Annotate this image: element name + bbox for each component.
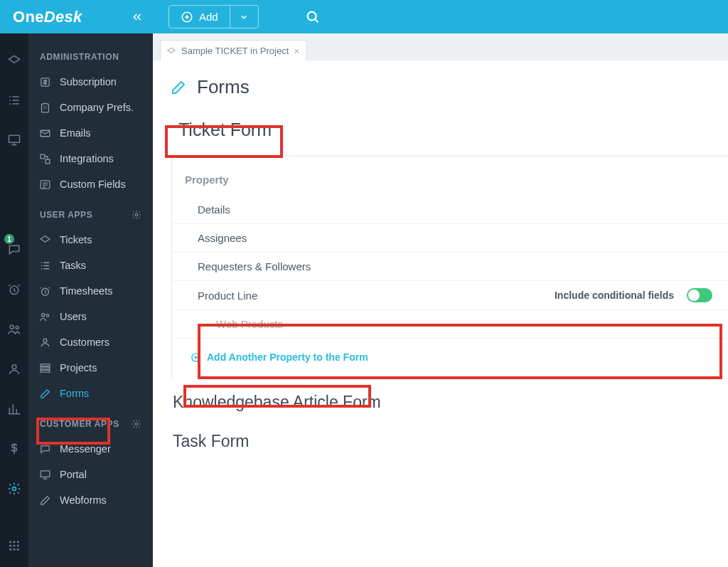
plus-circle-icon	[181, 11, 193, 23]
page-title-text: Forms	[197, 76, 250, 98]
search-icon	[305, 9, 321, 25]
main-area: Sample TICKET in Project × Forms Ticket …	[153, 33, 728, 567]
svg-point-14	[9, 549, 11, 551]
rail-item-customers[interactable]	[0, 359, 28, 379]
rail-item-chat[interactable]: 1	[0, 240, 28, 260]
customers-icon	[39, 337, 51, 349]
chat-badge: 1	[4, 234, 14, 244]
sidebar-item-users[interactable]: Users	[28, 304, 153, 329]
svg-point-30	[135, 423, 138, 425]
rail-item-analytics[interactable]	[0, 399, 28, 419]
sidebar-item-company-prefs[interactable]: Company Prefs.	[28, 95, 153, 120]
add-property-label: Add Another Property to the Form	[207, 351, 368, 363]
sidebar-item-emails[interactable]: Emails	[28, 120, 153, 146]
search-button[interactable]	[300, 4, 326, 30]
row-assignees[interactable]: Assignees	[172, 224, 728, 253]
row-label: Product Line	[198, 290, 257, 302]
monitor-icon	[39, 469, 51, 481]
nav-label: Users	[60, 311, 87, 322]
rail-item-users[interactable]	[0, 319, 28, 339]
nav-label: Webforms	[60, 494, 107, 506]
nav-label: Emails	[60, 127, 91, 139]
nav-label: Tickets	[60, 234, 92, 245]
left-rail: 1	[0, 33, 28, 567]
section-admin-label: ADMINISTRATION	[40, 52, 119, 62]
bar-chart-icon	[7, 402, 21, 416]
nav-label: Messenger	[60, 443, 111, 455]
nav-label: Projects	[60, 362, 97, 373]
svg-point-10	[17, 541, 19, 543]
chevron-down-icon	[239, 12, 249, 22]
nav-label: Integrations	[60, 153, 114, 164]
sidebar-item-subscription[interactable]: Subscription	[28, 69, 153, 95]
add-button[interactable]: Add	[169, 6, 230, 28]
sidebar-item-projects[interactable]: Projects	[28, 355, 153, 381]
rail-item-settings[interactable]	[0, 479, 28, 499]
rail-item-billing[interactable]	[0, 439, 28, 459]
svg-point-8	[9, 541, 11, 543]
row-web-products[interactable]: Web Products	[172, 310, 728, 339]
sidebar-item-tasks[interactable]: Tasks	[28, 253, 153, 278]
page-title: Forms	[153, 76, 728, 115]
rail-item-tasks[interactable]	[0, 90, 28, 110]
sidebar-item-portal[interactable]: Portal	[28, 462, 153, 487]
gear-icon[interactable]	[132, 210, 141, 220]
add-dropdown-button[interactable]	[230, 6, 258, 28]
sidebar-item-timesheets[interactable]: Timesheets	[28, 278, 153, 304]
svg-point-4	[10, 325, 14, 329]
nav-label: Portal	[60, 469, 87, 480]
sidebar-item-forms[interactable]: Forms	[28, 381, 153, 406]
projects-icon	[39, 362, 51, 374]
row-requesters-followers[interactable]: Requesters & Followers	[172, 253, 728, 281]
svg-point-5	[16, 326, 18, 329]
add-another-property-button[interactable]: Add Another Property to the Form	[185, 349, 374, 366]
logo: OneDesk	[0, 0, 153, 33]
ticket-icon	[39, 234, 51, 246]
sidebar-item-webforms[interactable]: Webforms	[28, 487, 153, 513]
page-body: Forms Ticket Form Property Details Assig…	[153, 60, 728, 457]
rail-item-more[interactable]	[0, 536, 28, 556]
edit-icon	[170, 79, 187, 96]
collapse-sidebar-button[interactable]	[127, 0, 147, 33]
sidebar-item-customers[interactable]: Customers	[28, 329, 153, 355]
svg-point-9	[14, 541, 16, 543]
svg-rect-31	[41, 470, 50, 477]
rail-item-clock[interactable]	[0, 280, 28, 300]
sidebar-item-custom-fields[interactable]: Custom Fields	[28, 171, 153, 197]
close-tab-button[interactable]: ×	[294, 46, 299, 57]
integrations-icon	[39, 153, 51, 165]
sidebar-item-integrations[interactable]: Integrations	[28, 146, 153, 171]
sidebar-item-tickets[interactable]: Tickets	[28, 227, 153, 253]
nav-label: Custom Fields	[60, 179, 126, 190]
rail-item-pin[interactable]	[0, 51, 28, 70]
nav-label: Company Prefs.	[60, 102, 134, 113]
section-customer-apps-label: CUSTOMER APPS	[40, 419, 119, 429]
svg-rect-28	[41, 367, 50, 369]
users-icon	[39, 311, 51, 323]
svg-rect-20	[46, 159, 50, 164]
row-label: Details	[198, 203, 230, 216]
section-customer-apps: CUSTOMER APPS	[28, 406, 153, 436]
gear-icon[interactable]	[132, 419, 141, 429]
subscription-icon	[39, 76, 51, 88]
row-label: Requesters & Followers	[198, 260, 311, 272]
gear-icon	[7, 482, 21, 496]
svg-point-15	[14, 549, 16, 551]
logo-brand-first: One	[13, 8, 44, 26]
logo-brand-second: Desk	[44, 8, 82, 26]
dollar-icon	[7, 442, 21, 456]
sidebar-item-messenger[interactable]: Messenger	[28, 436, 153, 462]
svg-point-12	[14, 545, 16, 547]
row-details[interactable]: Details	[172, 196, 728, 224]
nav-label: Timesheets	[60, 285, 112, 297]
svg-point-7	[13, 487, 16, 491]
include-conditional-toggle[interactable]	[687, 288, 712, 302]
section-user-apps-label: USER APPS	[40, 210, 92, 220]
svg-point-26	[43, 339, 47, 342]
row-product-line[interactable]: Product Line Include conditional fields	[172, 281, 728, 310]
rail-item-board[interactable]	[0, 130, 28, 150]
users-icon	[7, 322, 21, 337]
edit-icon	[39, 388, 51, 400]
tab-sample-ticket[interactable]: Sample TICKET in Project ×	[160, 40, 307, 61]
chat-icon	[39, 443, 51, 455]
